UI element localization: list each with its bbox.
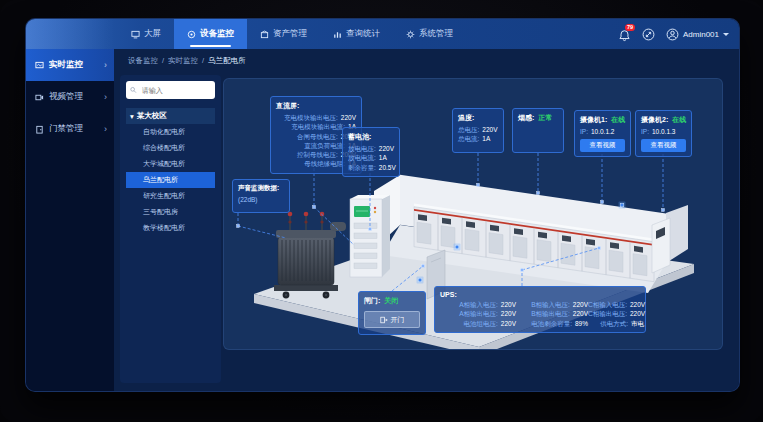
sound-value: (22dB) [238,196,284,203]
camera2-callout: 摄像机2: 在线 IP:10.0.1.3 查看视频 [635,110,692,157]
stats-icon [333,30,342,39]
tree-root-label: 某大校区 [137,111,167,121]
callout-title: 声音监测数据: [238,184,284,193]
user-menu[interactable]: Admin001 [666,28,729,41]
tree-expand-icon: ▾ [130,112,134,121]
transformer-model [274,212,346,299]
realtime-monitor-icon [35,61,44,70]
nav-item-system[interactable]: 系统管理 [393,19,466,49]
tree-node[interactable]: 研究生配电所 [126,188,215,204]
temperature-callout: 温度: 总电压:220V 总电流:1A [452,108,504,153]
caret-down-icon [723,33,729,36]
app-window: 大屏 设备监控 资产管理 查询统计 系统管理 79 [25,18,740,392]
callout-title: 烟感: 正常 [518,113,558,123]
breadcrumb-separator: / [162,56,164,66]
search-icon [130,86,137,94]
sound-callout: 声音监测数据: (22dB) [232,179,290,213]
main-nav: 大屏 设备监控 资产管理 查询统计 系统管理 [118,19,466,49]
open-door-button[interactable]: 开门 [364,311,420,328]
device-frame: 大屏 设备监控 资产管理 查询统计 系统管理 79 [0,0,763,422]
battery-callout: 蓄电池: 放电电压:220V 放电电流:1A 剩余容量:20.5V [342,127,400,177]
callout-title: 闸门: 关闭 [364,296,420,306]
nav-label: 系统管理 [419,28,453,40]
callout-title: 温度: [458,113,498,123]
station-tree-panel: ▾ 某大校区 自动化配电所 综合楼配电所 大学城配电所 乌兰配电所 研究生配电所… [120,75,221,383]
breadcrumb-item[interactable]: 实时监控 [168,56,198,66]
nav-label: 大屏 [144,28,161,40]
nav-item-assets[interactable]: 资产管理 [247,19,320,49]
breadcrumb: 设备监控 / 实时监控 / 乌兰配电所 [128,56,246,66]
top-right-cluster: 79 Admin001 [618,19,729,49]
callout-title: 摄像机2: 在线 [641,115,686,125]
smoke-callout: 烟感: 正常 [512,108,564,153]
sidebar: 实时监控 › 视频管理 › 门禁管理 › [26,49,114,391]
nav-item-statistics[interactable]: 查询统计 [320,19,393,49]
view-video-button[interactable]: 查看视频 [641,139,686,152]
sidebar-item-video-manage[interactable]: 视频管理 › [26,81,114,113]
tree-node[interactable]: 三号配电房 [126,204,215,220]
sidebar-item-label: 视频管理 [49,91,83,103]
big-screen-icon [131,30,140,39]
right-cabinet [652,218,670,273]
tree-search [126,81,215,99]
tree-root-node[interactable]: ▾ 某大校区 [126,108,215,124]
door-status: 关闭 [384,297,398,304]
notification-badge: 79 [625,24,635,31]
ups-grid: A相输入电压:220V B相输入电压:220V C相输入电压:220V A相输出… [440,300,640,328]
camera2-ip: 10.0.1.3 [652,127,676,136]
avatar-icon [666,28,679,41]
chevron-right-icon: › [104,60,114,70]
tree-node[interactable]: 教学楼配电所 [126,220,215,236]
nav-item-device-monitor[interactable]: 设备监控 [174,19,247,49]
nav-label: 查询统计 [346,28,380,40]
tree-node[interactable]: 自动化配电所 [126,124,215,140]
door-icon [35,125,44,134]
dc-screen-cabinet-model [350,195,390,277]
callout-title: 直流屏: [276,101,356,111]
chevron-right-icon: › [104,92,114,102]
fullscreen-icon[interactable] [642,28,655,41]
video-camera-icon [35,93,44,102]
sidebar-item-access-control[interactable]: 门禁管理 › [26,113,114,145]
callout-title: UPS: [440,291,640,298]
tree-node-selected[interactable]: 乌兰配电所 [126,172,215,188]
tree-node[interactable]: 综合楼配电所 [126,140,215,156]
nav-item-dashboard[interactable]: 大屏 [118,19,174,49]
notifications-button[interactable]: 79 [618,28,631,41]
tree-node[interactable]: 大学城配电所 [126,156,215,172]
callout-title: 蓄电池: [348,132,394,142]
nav-label: 资产管理 [273,28,307,40]
smoke-status: 正常 [538,114,552,121]
camera1-ip: 10.0.1.2 [591,127,615,136]
gear-icon [406,30,415,39]
callout-title: 摄像机1: 在线 [580,115,625,125]
breadcrumb-separator: / [202,56,204,66]
sidebar-item-label: 门禁管理 [49,123,83,135]
camera1-status: 在线 [611,116,625,123]
chevron-right-icon: › [104,124,114,134]
logo-area [26,19,114,49]
ups-callout: UPS: A相输入电压:220V B相输入电压:220V C相输入电压:220V… [434,286,646,333]
breadcrumb-item[interactable]: 设备监控 [128,56,158,66]
sidebar-item-realtime-monitor[interactable]: 实时监控 › [26,49,114,81]
top-bar: 大屏 设备监控 资产管理 查询统计 系统管理 79 [26,19,739,49]
tree-search-input[interactable] [140,86,211,95]
camera1-callout: 摄像机1: 在线 IP:10.0.1.2 查看视频 [574,110,631,157]
camera2-status: 在线 [672,116,686,123]
station-tree: ▾ 某大校区 自动化配电所 综合楼配电所 大学城配电所 乌兰配电所 研究生配电所… [126,108,215,236]
scene-3d-viewport[interactable]: 直流屏: 充电模块输出电压:220V 充电模块输出电流:1A 合闸母线电压:20… [223,78,723,350]
door-open-icon [380,316,388,324]
user-name: Admin001 [683,30,719,39]
breadcrumb-current: 乌兰配电所 [208,56,246,66]
monitor-icon [187,30,196,39]
view-video-button[interactable]: 查看视频 [580,139,625,152]
sidebar-item-label: 实时监控 [49,59,83,71]
asset-box-icon [260,30,269,39]
nav-label: 设备监控 [200,28,234,40]
door-callout: 闸门: 关闭 开门 [358,291,426,335]
